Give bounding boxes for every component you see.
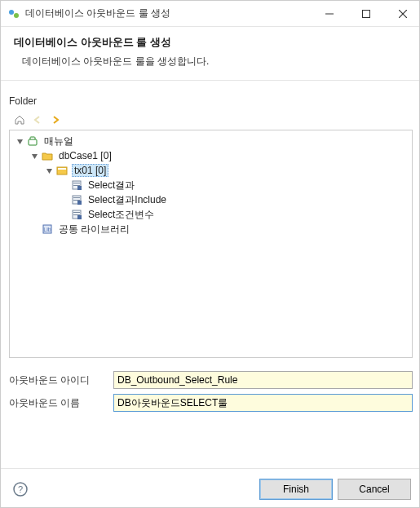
svg-point-1: [14, 13, 19, 18]
app-icon: [7, 7, 20, 20]
library-icon: Lib: [41, 223, 54, 236]
tree-label: tx01 [0]: [72, 164, 108, 177]
svg-point-0: [9, 10, 14, 15]
tree-label: 공통 라이브러리: [57, 223, 131, 236]
tree-node-leaf[interactable]: Select결과Include: [59, 192, 407, 207]
project-icon: [26, 135, 39, 148]
outbound-id-input[interactable]: [113, 371, 413, 389]
svg-text:Lib: Lib: [43, 227, 51, 232]
transaction-icon: [55, 164, 69, 177]
close-button[interactable]: [384, 2, 420, 26]
tree-label: Select결과: [86, 179, 136, 192]
folder-icon: [41, 149, 54, 162]
result-icon: [70, 179, 83, 192]
tree-node-lib[interactable]: Lib 공통 라이브러리: [29, 222, 407, 236]
svg-rect-3: [362, 10, 369, 17]
finish-button[interactable]: Finish: [259, 479, 333, 500]
maximize-button[interactable]: [347, 2, 384, 26]
help-icon[interactable]: ?: [11, 479, 30, 499]
result-icon: [70, 208, 83, 221]
svg-rect-6: [29, 139, 37, 145]
titlebar: 데이터베이스 아웃바운드 룰 생성: [1, 1, 420, 27]
tree-node-dbcase[interactable]: dbCase1 [0]: [29, 148, 407, 163]
outbound-name-input[interactable]: [113, 394, 413, 412]
outbound-name-label: 아웃바운드 이름: [9, 396, 113, 410]
folder-tree[interactable]: 매뉴얼 db: [9, 130, 413, 358]
svg-rect-10: [73, 183, 80, 183]
expand-icon[interactable]: [44, 167, 54, 174]
minimize-button[interactable]: [311, 2, 347, 26]
wizard-subtitle: 데이터베이스 아웃바운드 룰을 생성합니다.: [14, 55, 408, 68]
svg-rect-18: [73, 212, 80, 213]
svg-rect-16: [77, 201, 82, 205]
wizard-title: 데이터베이스 아웃바운드 룰 생성: [14, 35, 408, 50]
window-title: 데이터베이스 아웃바운드 룰 생성: [25, 7, 311, 20]
tree-label: dbCase1 [0]: [57, 150, 113, 161]
tree-label: Select결과Include: [86, 193, 168, 207]
tree-node-leaf[interactable]: Select조건변수: [59, 207, 407, 222]
tree-label: 매뉴얼: [42, 135, 75, 148]
wizard-header: 데이터베이스 아웃바운드 룰 생성 데이터베이스 아웃바운드 룰을 생성합니다.: [1, 27, 420, 81]
svg-rect-8: [58, 168, 66, 170]
outbound-id-label: 아웃바운드 아이디: [9, 373, 113, 387]
result-icon: [70, 193, 83, 206]
folder-label: Folder: [9, 95, 413, 107]
svg-rect-20: [77, 215, 82, 219]
dialog-footer: ? Finish Cancel: [1, 468, 420, 508]
svg-rect-15: [73, 200, 80, 201]
expand-icon[interactable]: [15, 138, 24, 145]
tree-node-tx[interactable]: tx01 [0]: [44, 163, 407, 178]
tree-node-root[interactable]: 매뉴얼: [15, 134, 407, 148]
svg-rect-11: [73, 185, 80, 186]
tree-label: Select조건변수: [86, 208, 156, 222]
expand-icon[interactable]: [29, 152, 39, 160]
home-icon[interactable]: [12, 113, 27, 127]
back-icon: [30, 113, 45, 127]
forward-icon[interactable]: [48, 113, 63, 127]
svg-rect-12: [77, 186, 82, 190]
window-controls: [311, 2, 420, 26]
folder-toolbar: [9, 110, 413, 130]
tree-node-leaf[interactable]: Select결과: [59, 178, 407, 192]
svg-rect-19: [73, 214, 80, 215]
form-area: 아웃바운드 아이디 아웃바운드 이름: [9, 358, 413, 412]
svg-rect-14: [73, 197, 80, 198]
svg-text:?: ?: [18, 484, 23, 494]
cancel-button[interactable]: Cancel: [338, 479, 411, 500]
